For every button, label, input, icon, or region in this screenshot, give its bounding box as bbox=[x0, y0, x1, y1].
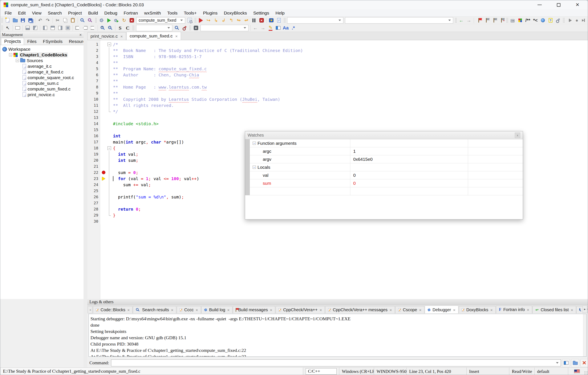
step-out-icon[interactable]: ↰ bbox=[227, 17, 235, 24]
rebuild-icon[interactable]: ↻ bbox=[120, 17, 128, 24]
log-tab-code-blocks[interactable]: Code::Blocks bbox=[93, 306, 133, 313]
command-input[interactable] bbox=[111, 359, 561, 366]
watch-row-argc[interactable]: argc1 bbox=[250, 147, 523, 155]
menu-plugins[interactable]: Plugins bbox=[200, 10, 221, 16]
maximize-button[interactable] bbox=[554, 1, 563, 8]
find-prev-icon[interactable]: ← bbox=[252, 25, 259, 31]
log-tab-search-results[interactable]: Search results bbox=[133, 306, 176, 313]
tab-close-icon[interactable] bbox=[195, 307, 198, 312]
code-line-10[interactable]: 10** Copyright 2008 by Learntus Studio C… bbox=[87, 96, 588, 102]
zoom-in-icon[interactable] bbox=[99, 25, 106, 31]
fold-margin[interactable] bbox=[107, 41, 112, 47]
menu-project[interactable]: Project bbox=[65, 10, 85, 16]
line-marker-margin[interactable] bbox=[100, 90, 107, 96]
prev-bookmark-icon[interactable] bbox=[483, 17, 490, 24]
line-marker-margin[interactable] bbox=[100, 54, 107, 60]
tab-close-icon[interactable] bbox=[527, 307, 529, 312]
next-instruction-icon[interactable]: ↬ bbox=[235, 17, 242, 24]
match-case-icon[interactable]: Aa bbox=[282, 25, 289, 31]
line-marker-margin[interactable] bbox=[100, 47, 107, 54]
copy-icon[interactable] bbox=[62, 17, 69, 24]
code-line-5[interactable]: 5** Program Name: compute_sum_fixed.c bbox=[87, 66, 588, 72]
debug-continue-icon[interactable] bbox=[197, 17, 205, 24]
box-middle-icon[interactable] bbox=[81, 25, 89, 31]
goto-back-icon[interactable]: ← bbox=[458, 17, 465, 24]
close-search-icon[interactable] bbox=[192, 25, 200, 31]
log-tab-closed-files-list[interactable]: ↩Closed files list bbox=[533, 306, 576, 313]
logs-tab-scroll-right[interactable] bbox=[583, 306, 587, 313]
symbol-combo[interactable] bbox=[136, 25, 172, 31]
selected-text-only-icon[interactable] bbox=[274, 25, 282, 31]
line-marker-margin[interactable] bbox=[100, 78, 107, 84]
build-and-run-icon[interactable] bbox=[113, 17, 120, 24]
tree-item-print-novice-c[interactable]: print_novice.c bbox=[0, 92, 84, 97]
tab-close-icon[interactable] bbox=[171, 307, 174, 312]
resize-grip[interactable] bbox=[584, 371, 588, 375]
code-line-13[interactable]: 13 bbox=[87, 115, 588, 121]
log-tab-cppcheck-vera-[interactable]: CppCheck/Vera++ bbox=[276, 306, 325, 313]
highlight-occurrences-icon[interactable]: ✎ bbox=[267, 25, 274, 31]
close-button[interactable] bbox=[573, 1, 582, 8]
toolbar-grip[interactable] bbox=[1, 18, 3, 23]
zoom-out-icon[interactable] bbox=[106, 25, 114, 31]
toolbar-grip[interactable] bbox=[284, 18, 285, 23]
menu-edit[interactable]: Edit bbox=[15, 10, 29, 16]
menu-debug[interactable]: Debug bbox=[101, 10, 121, 16]
toolbar-grip[interactable] bbox=[95, 18, 97, 23]
toolbar-grip[interactable] bbox=[194, 18, 196, 23]
line-marker-margin[interactable] bbox=[100, 206, 107, 212]
box-left-icon[interactable] bbox=[74, 25, 81, 31]
management-tab-fsymbols[interactable]: FSymbols bbox=[40, 38, 66, 45]
thread-search-combo[interactable] bbox=[345, 17, 453, 23]
menu-build[interactable]: Build bbox=[85, 10, 101, 16]
step-into-instruction-icon[interactable]: ↫ bbox=[242, 17, 250, 24]
breakpoint-icon[interactable] bbox=[102, 171, 105, 174]
code-line-11[interactable]: 11** All rights reserved. bbox=[87, 102, 588, 108]
align-right-icon[interactable] bbox=[56, 25, 64, 31]
find-next-icon[interactable]: → bbox=[259, 25, 267, 31]
line-marker-margin[interactable] bbox=[100, 60, 107, 66]
wxsmith-frame-icon[interactable] bbox=[14, 25, 21, 31]
incsearch-highlight-icon[interactable]: ● bbox=[573, 17, 581, 24]
menu-settings[interactable]: Settings bbox=[250, 10, 273, 16]
style-s-icon[interactable]: S bbox=[116, 25, 124, 31]
build-target-combo[interactable]: compute_sum_fixed bbox=[136, 17, 185, 23]
tab-close-icon[interactable] bbox=[419, 307, 422, 312]
menu-help[interactable]: Help bbox=[273, 10, 288, 16]
watch-row-function-arguments[interactable]: Function arguments bbox=[250, 139, 523, 147]
run-icon[interactable] bbox=[105, 17, 113, 24]
goto-forward-icon[interactable]: → bbox=[465, 17, 473, 24]
line-marker-margin[interactable] bbox=[100, 175, 107, 182]
menu-search[interactable]: Search bbox=[45, 10, 65, 16]
menu-tools[interactable]: Tools bbox=[164, 10, 181, 16]
line-marker-margin[interactable] bbox=[100, 115, 107, 121]
clear-bookmarks-icon[interactable] bbox=[498, 17, 505, 24]
code-line-6[interactable]: 6** Author : Chen, Chung-Chia bbox=[87, 72, 588, 78]
log-tab-cscope[interactable]: Cscope bbox=[395, 306, 424, 313]
watch-row-locals[interactable]: Locals bbox=[250, 163, 523, 171]
line-marker-margin[interactable] bbox=[100, 145, 107, 151]
run-to-cursor-icon[interactable]: ↪ bbox=[205, 17, 212, 24]
doxy-blocks-icon[interactable] bbox=[516, 17, 524, 24]
build-icon[interactable] bbox=[98, 17, 105, 24]
log-tab-build-log[interactable]: Build log bbox=[201, 306, 232, 313]
doxy-extract-docs-icon[interactable] bbox=[509, 17, 516, 24]
toggle-bookmark-icon[interactable] bbox=[475, 17, 483, 24]
expander-icon[interactable] bbox=[253, 142, 256, 145]
tab-close-icon[interactable] bbox=[270, 307, 273, 312]
box-right-icon[interactable] bbox=[89, 25, 96, 31]
watch-row-sum[interactable]: sum0 bbox=[250, 179, 523, 187]
find-text-combo[interactable] bbox=[200, 25, 248, 31]
minimize-button[interactable] bbox=[535, 1, 545, 8]
tab-close-icon[interactable] bbox=[389, 307, 392, 312]
editor-tab-print-novice-c[interactable]: print_novice.c bbox=[87, 32, 126, 40]
incsearch-prev-icon[interactable] bbox=[566, 17, 573, 24]
line-marker-margin[interactable] bbox=[100, 194, 107, 200]
symbol-settings-icon[interactable] bbox=[181, 25, 188, 31]
expander-icon[interactable] bbox=[9, 53, 12, 56]
tab-close-icon[interactable] bbox=[175, 33, 178, 39]
incremental-search-combo[interactable] bbox=[287, 17, 343, 23]
doxy-comment-line-icon[interactable]: *< bbox=[532, 17, 539, 24]
code-line-7[interactable]: 7** bbox=[87, 78, 588, 84]
tab-close-icon[interactable] bbox=[490, 307, 493, 312]
